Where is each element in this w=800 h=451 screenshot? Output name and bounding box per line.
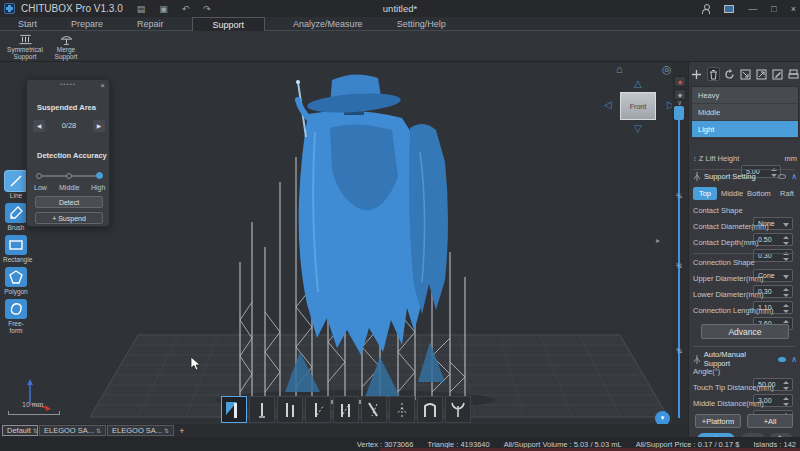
preset-heavy[interactable]: Heavy xyxy=(692,87,798,104)
preset-middle[interactable]: Middle xyxy=(692,104,798,121)
visibility-eye-icon[interactable] xyxy=(778,174,786,179)
import-supports-icon[interactable] xyxy=(740,67,752,81)
tool-rectangle[interactable]: Rectangle xyxy=(3,235,29,263)
accuracy-stop-middle[interactable] xyxy=(66,173,72,179)
fraction-half: ½ xyxy=(676,262,682,269)
accuracy-stop-low[interactable] xyxy=(36,173,42,179)
clip-slider-strip: ◆ ◆ ∨ ¼ ½ ¾ xyxy=(672,62,688,425)
merge-support-button[interactable]: Merge Support xyxy=(48,32,84,61)
save-icon[interactable]: ▣ xyxy=(159,4,168,14)
next-area-button[interactable]: ▶ xyxy=(93,120,105,132)
rotate-up-icon[interactable]: △ xyxy=(634,78,642,89)
export-supports-icon[interactable] xyxy=(755,67,767,81)
support-preset-thumbnail[interactable] xyxy=(445,396,471,423)
z-lift-row: ↕ Z Lift Height 5.00 mm xyxy=(693,152,797,166)
tab-middle[interactable]: Middle xyxy=(719,187,745,200)
clip-button-top[interactable]: ◆ xyxy=(674,76,686,87)
add-support-icon[interactable] xyxy=(691,67,703,81)
tab-start[interactable]: Start xyxy=(12,17,43,31)
support-setting-header[interactable]: Support Setting ∧ xyxy=(693,172,797,181)
ribbon-button-label: Support xyxy=(55,53,78,60)
z-lift-label: Z Lift Height xyxy=(699,154,739,163)
collapse-chevron-icon[interactable]: ∧ xyxy=(791,172,797,181)
tab-prepare[interactable]: Prepare xyxy=(65,17,109,31)
brush-icon xyxy=(5,203,27,223)
redo-icon[interactable]: ↷ xyxy=(203,4,211,14)
support-preset-thumbnail[interactable] xyxy=(305,396,331,423)
view-cube[interactable]: Front xyxy=(620,92,656,120)
support-preset-thumbnail[interactable] xyxy=(361,396,387,423)
rotate-down-icon[interactable]: ▽ xyxy=(634,123,642,134)
advance-button[interactable]: Advance xyxy=(701,324,789,339)
tool-label: Free-form xyxy=(3,320,29,334)
profile-selector[interactable]: Default⇅ xyxy=(2,425,38,436)
updown-icon: ⇅ xyxy=(164,426,169,436)
visibility-eye-icon[interactable] xyxy=(778,357,786,362)
maximize-button[interactable]: □ xyxy=(771,4,776,14)
projection-toggle-icon[interactable]: ◎ xyxy=(662,63,672,76)
panel-expand-handle[interactable]: ▸ xyxy=(656,236,660,245)
minimize-button[interactable]: — xyxy=(748,4,757,14)
suspend-button[interactable]: + Suspend xyxy=(35,212,103,224)
delete-support-icon[interactable] xyxy=(707,67,720,81)
edit-supports-icon[interactable] xyxy=(771,67,783,81)
tab-support[interactable]: Support xyxy=(192,17,266,31)
ribbon-button-label: Support xyxy=(14,53,37,60)
rotate-left-icon[interactable]: ◁ xyxy=(604,99,612,110)
tab-top[interactable]: Top xyxy=(693,187,717,200)
fraction-quarter: ¼ xyxy=(676,192,682,199)
support-preset-thumbnail[interactable] xyxy=(333,396,359,423)
field-contact-diameter: Contact Diameter(mm) 0.50 xyxy=(693,220,797,234)
ribbon-button-label: Symmetrical xyxy=(7,46,43,53)
feedback-icon[interactable] xyxy=(724,5,734,13)
clipboard-icon[interactable]: ▤ xyxy=(137,4,146,14)
support-preset-thumbnail[interactable] xyxy=(277,396,303,423)
tool-polygon[interactable]: Polygon xyxy=(3,267,29,295)
field-connection-shape: Connection Shape Cone xyxy=(693,256,797,270)
close-button[interactable]: × xyxy=(791,4,796,14)
tool-free-form[interactable]: Free-form xyxy=(3,299,29,334)
accuracy-label-high: High xyxy=(91,184,105,191)
add-platform-button[interactable]: +Platform xyxy=(695,414,741,428)
support-preset-thumbnail[interactable] xyxy=(417,396,443,423)
accuracy-slider[interactable] xyxy=(36,175,102,177)
support-toolbar xyxy=(691,66,799,82)
panel-drag-handle[interactable]: ••••• xyxy=(27,81,109,87)
add-all-button[interactable]: +All xyxy=(747,414,793,428)
support-preset-list: Heavy Middle Light xyxy=(691,86,799,139)
preset-light[interactable]: Light xyxy=(692,121,798,138)
line-icon xyxy=(5,171,27,191)
symmetrical-support-button[interactable]: Symmetrical Support xyxy=(2,32,48,61)
undo-icon[interactable]: ↶ xyxy=(182,4,190,14)
panel-close-icon[interactable]: × xyxy=(100,81,105,90)
clip-slider-handle[interactable] xyxy=(674,106,684,120)
accuracy-label-middle: Middle xyxy=(59,184,80,191)
tab-repair[interactable]: Repair xyxy=(131,17,170,31)
tab-bottom[interactable]: Bottom xyxy=(745,187,773,200)
tool-label: Polygon xyxy=(3,288,29,295)
auto-manual-icon xyxy=(693,355,701,364)
support-preset-thumbnail[interactable] xyxy=(221,396,247,423)
ribbon-button-label: Merge xyxy=(57,46,75,53)
collapse-chevron-icon[interactable]: ∧ xyxy=(791,355,797,364)
tab-analyze-measure[interactable]: Analyze/Measure xyxy=(287,17,369,31)
app-logo-icon xyxy=(4,3,15,14)
printer-tab[interactable]: ELEGOO SA...⇅ xyxy=(107,425,174,436)
tab-raft[interactable]: Raft xyxy=(777,187,797,200)
detection-accuracy-title: Detection Accuracy xyxy=(37,151,107,160)
detect-button[interactable]: Detect xyxy=(35,196,103,208)
z-lift-unit: mm xyxy=(785,152,798,165)
accuracy-stop-high[interactable] xyxy=(96,172,103,179)
add-printer-tab-button[interactable]: + xyxy=(179,426,184,436)
support-preset-thumbnail[interactable] xyxy=(249,396,275,423)
tab-setting-help[interactable]: Setting/Help xyxy=(391,17,452,31)
save-supports-icon[interactable] xyxy=(787,67,799,81)
home-view-icon[interactable]: ⌂ xyxy=(616,63,623,75)
updown-icon: ⇅ xyxy=(96,426,101,436)
support-preset-thumbnail[interactable] xyxy=(389,396,415,423)
printer-tab[interactable]: ELEGOO SA...⇅ xyxy=(39,425,106,436)
user-account-icon[interactable] xyxy=(702,4,710,13)
refresh-supports-icon[interactable] xyxy=(724,67,736,81)
column-icon xyxy=(18,33,33,46)
support-preset-strip xyxy=(221,396,471,423)
